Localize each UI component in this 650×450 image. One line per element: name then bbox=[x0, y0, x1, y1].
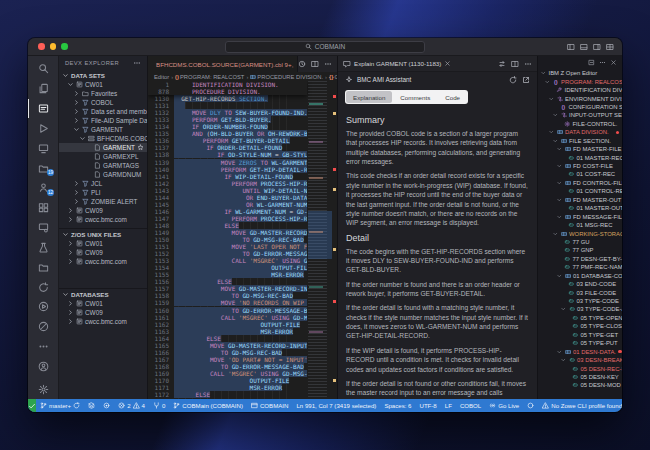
line-number[interactable]: 1158 bbox=[148, 292, 174, 299]
status-language-mode[interactable]: COBOL bbox=[460, 402, 481, 409]
outline-item-01-control-rec[interactable]: 01 CONTROL-REC bbox=[538, 187, 622, 195]
line-number[interactable]: 1133 bbox=[148, 116, 174, 123]
line-number[interactable]: 1156 bbox=[148, 278, 174, 285]
activity-projects[interactable]: 19 bbox=[28, 158, 58, 178]
code-line[interactable]: 1172ELSE bbox=[148, 391, 307, 398]
line-number[interactable]: 1147 bbox=[148, 215, 174, 222]
pane-title[interactable]: DATABASES bbox=[59, 289, 147, 299]
line-number[interactable]: 1136 bbox=[148, 137, 174, 144]
line-number[interactable]: 1150 bbox=[148, 236, 174, 243]
refresh-icon[interactable] bbox=[509, 76, 517, 84]
code-line[interactable]: 1169CALL 'MSGREC' USING GD-MSG-REC-BAD bbox=[148, 370, 307, 377]
tree-item-garment[interactable]: GARMENT bbox=[59, 143, 147, 152]
outline-item-01-master-out-rec[interactable]: 01 MASTER-OUT-REC bbox=[538, 204, 622, 212]
code-line[interactable]: 1170OUTPUT-FILE bbox=[148, 377, 307, 384]
line-number[interactable]: 878 bbox=[148, 88, 174, 95]
status-problems[interactable]: 24 bbox=[118, 402, 145, 409]
line-number[interactable]: 1162 bbox=[148, 321, 174, 328]
code-line[interactable]: 1141IF WIP-DETAIL-FOUND bbox=[148, 173, 307, 180]
code-line[interactable]: 1153CALL 'MSGREC' USING GD-MSG-REC-BAD bbox=[148, 257, 307, 264]
more-actions-icon[interactable] bbox=[324, 60, 332, 68]
code-line[interactable]: 1152TO GD-ERROR-MESSAGE-BAD bbox=[148, 250, 307, 257]
line-number[interactable]: 1172 bbox=[148, 391, 174, 398]
outline-item-05-desn-key[interactable]: 05 DESN-KEY bbox=[538, 373, 622, 381]
code-line[interactable]: 1163MSR-ERROR bbox=[148, 328, 307, 335]
minimap-viewport[interactable] bbox=[308, 211, 332, 259]
status-indicator-target[interactable] bbox=[103, 402, 110, 409]
outline-item-fd-master-file[interactable]: FD MASTER-FILE bbox=[538, 145, 622, 153]
editor-tab[interactable]: BFHCDMS.COBOL.SOURCE(GARMENT).cbl 9+, bbox=[148, 56, 298, 72]
tree-item-garmexpl[interactable]: GARMEXPL bbox=[59, 152, 147, 161]
sticky-line[interactable]: 878PROCEDURE DIVISION. bbox=[148, 88, 307, 95]
line-number[interactable]: 1141 bbox=[148, 173, 174, 180]
outline-item-05-desn-mod[interactable]: 05 DESN-MOD bbox=[538, 381, 622, 389]
tree-item-cwcc-bmc-com[interactable]: cwcc.bmc.com bbox=[59, 215, 147, 224]
code-line[interactable]: 1146IF WL-GARMENT-NUM = GD-LAST-GARMENT bbox=[148, 208, 307, 215]
line-number[interactable]: 1159 bbox=[148, 299, 174, 306]
code-line[interactable]: 1145OR WL-GARMENT-NUM = GD-LAST-GARMENT bbox=[148, 201, 307, 208]
activity-settings[interactable] bbox=[28, 379, 58, 399]
code-line[interactable]: 1130GET-HIP-RECORDS SECTION. bbox=[148, 95, 307, 102]
code-line[interactable]: 1166TO GD-MSG-REC-BAD bbox=[148, 349, 307, 356]
code-line[interactable]: 1154OUTPUT-FILE bbox=[148, 264, 307, 271]
code-line[interactable]: 1133PERFORM GET-BLD-BUYER. bbox=[148, 116, 307, 123]
tree-item-file-aid-sample-datasets[interactable]: File-AID Sample Datasets bbox=[59, 116, 147, 125]
tree-item-cwcc-bmc-com[interactable]: cwcc.bmc.com bbox=[59, 317, 147, 326]
assistant-tab-title[interactable]: Explain GARMENT (1130-1183) bbox=[354, 60, 441, 67]
line-number[interactable]: 1144 bbox=[148, 194, 174, 201]
split-editor-icon[interactable] bbox=[311, 60, 319, 68]
outline-item-fd-control-file[interactable]: FD CONTROL-FILE bbox=[538, 179, 622, 187]
outline-item-05-type-open[interactable]: 05 TYPE-OPEN bbox=[538, 314, 622, 322]
line-number[interactable]: 1135 bbox=[148, 130, 174, 137]
line-number[interactable]: 1145 bbox=[148, 201, 174, 208]
status-feedback[interactable] bbox=[527, 402, 534, 409]
line-number[interactable]: 1143 bbox=[148, 187, 174, 194]
line-number[interactable]: 1154 bbox=[148, 264, 174, 271]
outline-item-03-file-code[interactable]: 03 FILE-CODE bbox=[538, 288, 622, 296]
tree-item-cobol[interactable]: COBOL bbox=[59, 98, 147, 107]
line-number[interactable]: 1160 bbox=[148, 307, 174, 314]
outline-item-05-type-get[interactable]: 05 TYPE-GET bbox=[538, 331, 622, 339]
activity-remote-explorer[interactable] bbox=[28, 138, 58, 158]
code-line[interactable]: 1149MOVE GD-MASTER-RECORD-INPUT bbox=[148, 229, 307, 236]
code-line[interactable]: 1157MOVE GD-MASTER-RECORD-INPUT bbox=[148, 285, 307, 292]
favorite-star-icon[interactable] bbox=[137, 144, 144, 151]
activity-remote-targets[interactable] bbox=[28, 218, 58, 238]
status-zowe-warning[interactable]: No Zowe CLI profile found. bbox=[542, 402, 622, 409]
tree-item-cw09[interactable]: CW09 bbox=[59, 308, 147, 317]
outline-item-program-realcost[interactable]: ()PROGRAM: REALCOST bbox=[538, 77, 622, 85]
code-line[interactable]: 1148ELSE bbox=[148, 222, 307, 229]
breadcrumb[interactable]: Editor›()PROGRAM: REALCOST›PROCEDURE DIV… bbox=[148, 72, 337, 81]
code-line[interactable]: 1134IF ORDER-NUMBER-FOUND bbox=[148, 123, 307, 130]
line-number[interactable]: 1168 bbox=[148, 363, 174, 370]
more-actions-icon[interactable] bbox=[524, 60, 532, 68]
open-external-icon[interactable] bbox=[522, 76, 530, 84]
line-number[interactable]: 1149 bbox=[148, 229, 174, 236]
line-number[interactable]: 1169 bbox=[148, 370, 174, 377]
code-line[interactable]: 1142PERFORM PROCESS-HIP-RECORD bbox=[148, 180, 307, 187]
tree-item-cw09[interactable]: CW09 bbox=[59, 248, 147, 257]
outline-item-ibm-z-open-editor[interactable]: IBM Z Open Editor bbox=[538, 69, 622, 77]
outline-item-file-section-[interactable]: FILE SECTION. bbox=[538, 137, 622, 145]
activity-search[interactable] bbox=[28, 59, 58, 79]
status-session[interactable]: COBMAIN bbox=[251, 402, 288, 409]
breadcrumb-item[interactable]: {}GET-HIP-RECORDS bbox=[329, 74, 337, 80]
activity-do-not-disturb[interactable] bbox=[28, 317, 58, 337]
outline-item-01-cost-rec[interactable]: 01 COST-REC bbox=[538, 170, 622, 178]
tree-item-pli[interactable]: PLI bbox=[59, 188, 147, 197]
code-line[interactable]: 1167MOVE 'OD PART# NOT = INPUT' bbox=[148, 356, 307, 363]
outline-item-05-desn-rec-name[interactable]: 05 DESN-REC-NAME2 bbox=[538, 364, 622, 372]
code-line[interactable]: 1135AND (OH-BLD-BUYER OR OH-REWORK-BUYER… bbox=[148, 130, 307, 137]
code-line[interactable]: 1164ELSE bbox=[148, 335, 307, 342]
code-line[interactable]: 1165MOVE GD-MASTER-RECORD-INPUT bbox=[148, 342, 307, 349]
outline-item-01-desn-data-[interactable]: 01 DESN-DATA. bbox=[538, 347, 622, 355]
minimize-button[interactable] bbox=[50, 43, 57, 50]
outline-item-03-type-code[interactable]: 03 TYPE-CODE bbox=[538, 297, 622, 305]
tree-item-garmtags[interactable]: GARMTAGS bbox=[59, 161, 147, 170]
outline-item-05-type-put[interactable]: 05 TYPE-PUT bbox=[538, 339, 622, 347]
activity-extensions[interactable] bbox=[28, 198, 58, 218]
line-number[interactable]: 1165 bbox=[148, 342, 174, 349]
line-number[interactable]: 1139 bbox=[148, 159, 174, 166]
activity-source-sync[interactable] bbox=[28, 277, 58, 297]
remote-indicator[interactable] bbox=[28, 399, 36, 412]
